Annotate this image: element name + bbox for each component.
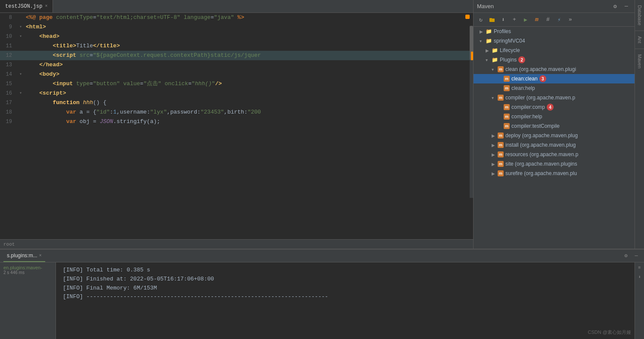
scroll-marker	[471, 52, 473, 60]
code-lines: 8 <%@ page contentType="text/html;charse…	[0, 13, 473, 126]
tree-item-clean-help[interactable]: m clean:help	[474, 83, 635, 93]
console-scrollbar: ≡ ⬇	[635, 262, 644, 339]
scrollbar-track[interactable]	[470, 26, 473, 198]
sidebar-ant-label[interactable]: Ant	[636, 33, 643, 47]
tree-item-resources[interactable]: ▶ m resources (org.apache.maven.p	[474, 150, 635, 159]
console-line-4: [INFO] ---------------------------------…	[63, 293, 628, 302]
maven-m-icon: m	[498, 161, 504, 167]
fold-arrow	[17, 41, 24, 51]
code-panel: testJSON.jsp × 8 <%@ page contentType="t…	[0, 0, 473, 249]
plugins-icon: 📁	[492, 57, 498, 63]
line-content: <body>	[24, 70, 473, 79]
console-tab-label: s.plugins:m...	[7, 253, 37, 259]
tree-label: Profiles	[494, 28, 511, 34]
code-line: 8 <%@ page contentType="text/html;charse…	[0, 13, 473, 22]
tree-arrow: ▶	[492, 143, 498, 148]
maven-tree: ▶ 📁 Profiles ▾ 📁 springMVC04 ▶ 📁 Lifecyc…	[474, 27, 635, 249]
tree-item-lifecycle[interactable]: ▶ 📁 Lifecycle	[474, 46, 635, 55]
editor-tab-active[interactable]: testJSON.jsp ×	[0, 0, 53, 12]
fold-arrow[interactable]	[17, 13, 24, 22]
console-tab-active[interactable]: s.plugins:m... ×	[3, 250, 45, 262]
console-line-1: [INFO] Total time: 0.385 s	[63, 266, 628, 275]
line-content: <script src="${pageContext.request.conte…	[24, 51, 473, 60]
console-scroll-up[interactable]: ≡	[635, 263, 644, 272]
line-number: 17	[0, 98, 17, 108]
line-content: <input type="button" value="点击" onclick=…	[24, 79, 473, 89]
tree-label: install (org.apache.maven.plug	[505, 142, 576, 148]
sidebar-maven-label[interactable]: Maven	[636, 51, 643, 72]
console-tabs: s.plugins:m... ×	[3, 250, 45, 262]
fold-arrow[interactable]: ▾	[17, 89, 24, 98]
console-line-3: [INFO] Final Memory: 6M/153M	[63, 284, 628, 293]
maven-run-button[interactable]: ▶	[521, 15, 530, 25]
maven-m-icon: m	[498, 142, 504, 148]
tree-item-profiles[interactable]: ▶ 📁 Profiles	[474, 27, 635, 36]
console-minimize-button[interactable]: —	[632, 252, 641, 260]
fold-arrow[interactable]: ▾	[17, 70, 24, 79]
tree-item-compiler-help[interactable]: m compiler:help	[474, 112, 635, 121]
tree-label: deploy (org.apache.maven.plug	[505, 133, 578, 139]
line-number: 16	[0, 89, 17, 98]
console-left-item[interactable]: en.plugins:maven- 2 s 446 ms	[2, 264, 54, 276]
console-tab-close[interactable]: ×	[39, 253, 42, 258]
maven-m-button[interactable]: m	[532, 15, 542, 25]
line-number: 18	[0, 108, 17, 117]
svg-rect-1	[489, 18, 492, 19]
line-number: 12	[0, 51, 17, 60]
maven-m-icon: m	[504, 114, 510, 120]
tree-item-site[interactable]: ▶ m site (org.apache.maven.plugins	[474, 159, 635, 169]
tree-label: compiler:testCompile	[511, 123, 560, 129]
tree-item-compiler-testcompile[interactable]: m compiler:testCompile	[474, 121, 635, 131]
maven-grid-button[interactable]: #	[543, 15, 553, 25]
plugins-badge: 2	[518, 56, 525, 63]
maven-refresh-button[interactable]: ↻	[476, 15, 486, 25]
tree-arrow: ▶	[492, 152, 498, 157]
console-scroll-down[interactable]: ⬇	[635, 273, 644, 281]
tree-item-compiler-comp[interactable]: m compiler:comp 4	[474, 102, 635, 112]
tree-label: clean:clean	[511, 76, 538, 82]
line-content: <title>Title</title>	[24, 41, 473, 51]
code-line: 11 <title>Title</title>	[0, 41, 473, 51]
fold-arrow	[17, 60, 24, 70]
sidebar-database-label[interactable]: Database	[636, 2, 643, 29]
fold-arrow[interactable]: ▾	[17, 32, 24, 41]
tab-label: testJSON.jsp	[5, 3, 42, 9]
tab-close-button[interactable]: ×	[45, 4, 47, 9]
maven-lightning-button[interactable]: ⚡	[554, 15, 564, 25]
tree-arrow: ▾	[486, 58, 492, 62]
code-line: 16 ▾ <script>	[0, 89, 473, 98]
fold-arrow[interactable]: ▾	[17, 22, 24, 32]
code-line: 13 </head>	[0, 60, 473, 70]
folder-icon: 📁	[486, 28, 492, 34]
maven-minimize-button[interactable]: —	[622, 2, 631, 11]
code-editor[interactable]: 8 <%@ page contentType="text/html;charse…	[0, 13, 473, 239]
fold-arrow	[17, 51, 24, 60]
console-settings-button[interactable]: ⚙	[622, 252, 630, 260]
maven-add-button[interactable]: +	[510, 15, 519, 25]
tree-arrow: ▶	[492, 162, 498, 166]
console-panel: s.plugins:m... × ⚙ — en.plugins:maven- 2…	[0, 249, 644, 339]
tree-item-compiler-plugin[interactable]: ▾ m compiler (org.apache.maven.p	[474, 93, 635, 102]
maven-m-icon: m	[498, 133, 504, 139]
tree-item-install[interactable]: ▶ m install (org.apache.maven.plug	[474, 140, 635, 150]
fold-arrow	[17, 117, 24, 126]
status-bar: root	[0, 239, 473, 249]
maven-open-folder-button[interactable]	[487, 15, 497, 25]
line-content: <%@ page contentType="text/html;charset=…	[24, 13, 473, 22]
maven-download-button[interactable]: ⬇	[498, 15, 508, 25]
status-text: root	[3, 242, 15, 247]
tree-arrow: ▾	[492, 67, 498, 72]
tree-arrow: ▶	[492, 133, 498, 138]
tree-item-clean-clean[interactable]: m clean:clean 3	[474, 74, 635, 83]
line-content: var obj = JSON.stringify(a);	[24, 117, 473, 126]
tree-item-surefire[interactable]: ▶ m surefire (org.apache.maven.plu	[474, 169, 635, 178]
maven-more-button[interactable]: »	[566, 15, 575, 25]
maven-header-buttons: ⚙ —	[610, 2, 631, 11]
line-number: 11	[0, 41, 17, 51]
tree-item-project[interactable]: ▾ 📁 springMVC04	[474, 36, 635, 46]
tree-item-clean-plugin[interactable]: ▾ m clean (org.apache.maven.plugi	[474, 65, 635, 74]
maven-title: Maven	[477, 3, 494, 9]
tree-item-plugins[interactable]: ▾ 📁 Plugins 2	[474, 55, 635, 65]
tree-item-deploy[interactable]: ▶ m deploy (org.apache.maven.plug	[474, 131, 635, 140]
maven-settings-button[interactable]: ⚙	[610, 2, 620, 11]
